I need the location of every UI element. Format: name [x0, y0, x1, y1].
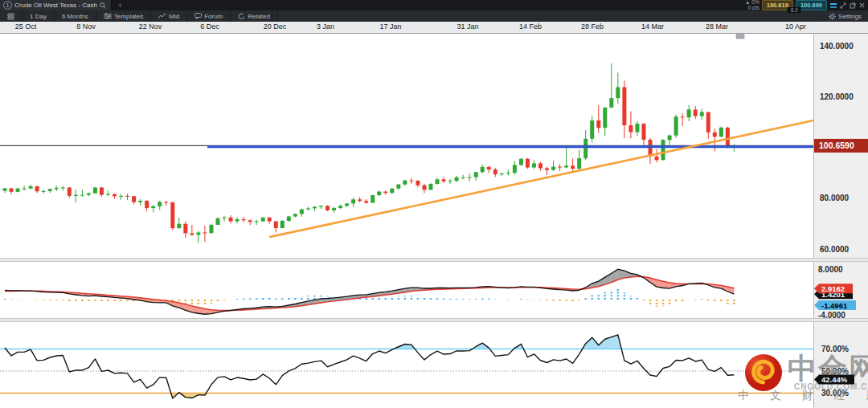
candle [396, 185, 400, 189]
gear-icon [829, 13, 836, 20]
candle [170, 202, 174, 228]
candle [190, 233, 194, 235]
settings-button[interactable]: Settings [821, 13, 868, 20]
candle [390, 189, 394, 193]
candle [481, 167, 485, 172]
templates-label: Templates [114, 13, 143, 20]
forum-label: Forum [204, 13, 223, 20]
candle [255, 222, 259, 222]
forum-button[interactable]: Forum [187, 10, 231, 22]
candle [687, 109, 691, 117]
candle [235, 219, 240, 222]
candle [113, 194, 117, 197]
candle [100, 187, 104, 194]
candle [151, 206, 155, 208]
candle [448, 181, 452, 182]
candle [74, 195, 78, 196]
candle [132, 196, 136, 202]
layout-grid-button[interactable] [0, 10, 23, 22]
candle [326, 206, 330, 210]
candle [313, 207, 317, 209]
candle [500, 173, 504, 174]
symbol-tab[interactable]: 1 Crude Oil West Texas - Cash [0, 0, 112, 10]
range-button[interactable]: 6 Months [55, 10, 96, 22]
candle [203, 232, 207, 233]
date-tick-label: 22 Nov [139, 22, 162, 31]
candle [474, 172, 478, 177]
search-icon[interactable] [100, 2, 106, 9]
price-tick-label: 60.0000 [820, 245, 850, 254]
candle [649, 140, 653, 157]
candle [164, 202, 168, 202]
price-tick-label: 80.0000 [820, 194, 850, 202]
templates-button[interactable]: Templates [96, 10, 151, 22]
candle [519, 159, 523, 165]
related-button[interactable]: Related [231, 10, 278, 22]
expand-icon[interactable] [839, 2, 846, 9]
candle [345, 203, 349, 206]
candle [700, 112, 704, 116]
candle [641, 124, 645, 140]
svg-text:100.6590: 100.6590 [819, 141, 854, 150]
line-chart-icon [158, 13, 166, 19]
candle [668, 136, 672, 141]
candle [196, 232, 200, 235]
candle [422, 186, 426, 190]
event-marker-pentagon [736, 33, 744, 39]
candle [526, 159, 530, 168]
date-tick-label: 28 Mar [706, 22, 728, 31]
svg-text:42.44%: 42.44% [821, 375, 848, 384]
chart-toolbar: 1 Day 6 Months Templates Mid Forum Relat… [0, 10, 868, 22]
price-tick-label: 120.0000 [820, 92, 854, 101]
date-tick-label: 3 Jan [317, 22, 334, 31]
candle [403, 181, 407, 185]
candle [409, 181, 413, 182]
candle [300, 210, 304, 214]
range-label: 6 Months [62, 13, 88, 20]
candle [564, 165, 568, 167]
macd-signal-badge: 2.9162 [814, 284, 853, 293]
candle [42, 191, 46, 192]
new-tab-button[interactable]: + [112, 0, 129, 10]
date-tick-label: 28 Feb [581, 22, 604, 31]
candle [681, 116, 685, 117]
date-tick-label: 17 Jan [379, 22, 401, 31]
candle [590, 120, 594, 139]
timeframe-button[interactable]: 1 Day [23, 10, 55, 22]
depth-ladder-icon[interactable] [829, 2, 837, 9]
candle [713, 133, 717, 137]
candle [87, 194, 91, 195]
candle [61, 187, 65, 188]
candle [319, 206, 323, 206]
date-tick-label: 20 Dec [264, 22, 287, 31]
symbol-tab-title: Crude Oil West Texas - Cash [14, 2, 97, 9]
macd-tick-label: -4.0000 [818, 311, 845, 320]
close-icon[interactable] [858, 2, 866, 9]
candle [29, 186, 33, 189]
date-axis[interactable]: 25 Oct8 Nov22 Nov6 Dec20 Dec3 Jan17 Jan3… [0, 22, 868, 34]
price-mode-button[interactable]: Mid [151, 10, 187, 22]
candle [468, 177, 472, 178]
candle [538, 163, 542, 168]
candle [119, 196, 123, 197]
price-tick-label: 140.0000 [820, 42, 854, 51]
popout-icon[interactable] [849, 2, 856, 9]
candle [416, 181, 420, 186]
candle [428, 184, 432, 190]
candle [280, 221, 285, 228]
candle [248, 220, 252, 222]
chart-canvas[interactable]: 140.0000120.000080.000060.00008.0000-4.0… [0, 33, 868, 408]
candle [487, 167, 491, 169]
candle [377, 192, 381, 195]
price-mode-label: Mid [169, 13, 179, 20]
date-tick-label: 6 Dec [200, 22, 219, 31]
watermark-tagline: 中 文 财 经 新 闻 [738, 389, 868, 402]
candle [223, 218, 227, 218]
date-tick-label: 10 Apr [785, 22, 806, 31]
candle [351, 199, 355, 203]
macd-tick-label: 8.0000 [818, 265, 843, 274]
header-quote-block: ▲ 0% 0 pts 100.619 100.699 8.0 [745, 0, 868, 10]
date-tick-label: 8 Nov [76, 22, 96, 31]
candle [93, 187, 97, 193]
candle [138, 201, 142, 202]
